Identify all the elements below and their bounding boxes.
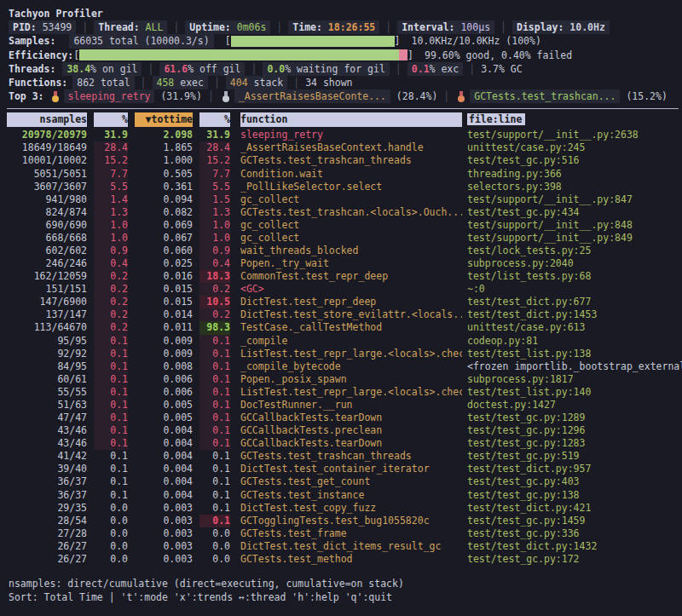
- table-row[interactable]: 60/61 0.1 0.006 0.1 Popen._posix_spawn s…: [7, 373, 682, 386]
- table-row[interactable]: 151/151 0.2 0.015 0.2 <GC> ~:0: [7, 283, 682, 296]
- table-row[interactable]: 84/95 0.1 0.008 0.1 _compile_bytecode <f…: [7, 360, 682, 373]
- cell-pct-cumulative: 0.2: [199, 283, 230, 296]
- table-row[interactable]: 246/246 0.4 0.025 0.4 Popen._try_wait su…: [7, 257, 682, 270]
- table-row[interactable]: 162/12059 0.2 0.016 18.3 CommonTest.test…: [7, 270, 682, 283]
- table-row[interactable]: 36/37 0.1 0.004 0.1 GCTests.test_instanc…: [7, 489, 682, 502]
- cell-file-line: test/test_dict.py:1453: [467, 308, 682, 321]
- header-nsamples[interactable]: nsamples: [7, 112, 87, 127]
- cell-file-line: subprocess.py:1817: [467, 373, 682, 386]
- top3-entry-1[interactable]: sleeping_retry: [64, 89, 155, 103]
- table-row[interactable]: 27/28 0.0 0.003 0.0 GCTests.test_frame t…: [7, 527, 682, 540]
- table-row[interactable]: 29/35 0.0 0.003 0.1 DictTest.test_copy_f…: [7, 502, 682, 515]
- cell-nsamples: 55/55: [7, 386, 87, 399]
- top3-entry-3[interactable]: GCTests.test_trashcan...: [470, 89, 620, 103]
- header-function[interactable]: function: [240, 112, 462, 127]
- table-row[interactable]: 824/874 1.3 0.082 1.3 GCTests.test_trash…: [7, 206, 682, 219]
- cell-pct-direct: 0.1: [94, 360, 128, 373]
- cell-pct-direct: 0.0: [94, 553, 128, 566]
- table-row[interactable]: 39/40 0.1 0.004 0.1 DictTest.test_contai…: [7, 463, 682, 475]
- cell-nsamples: 5051/5051: [7, 168, 87, 181]
- table-row[interactable]: 95/95 0.1 0.009 0.1 _compile codeop.py:8…: [7, 335, 682, 348]
- cell-pct-cumulative: 1.5: [199, 193, 230, 206]
- cell-tottime: 0.008: [135, 360, 193, 373]
- profiler-window: Tachyon Profiler PID: 53499│Thread: ALL│…: [0, 0, 682, 103]
- table-row[interactable]: 113/64670 0.2 0.011 98.3 TestCase._callT…: [7, 321, 682, 334]
- table-row[interactable]: 20978/20979 31.9 2.098 31.9 sleeping_ret…: [7, 129, 682, 141]
- functions-exec: 458 exec: [153, 76, 208, 89]
- table-row[interactable]: 55/55 0.1 0.006 0.1 ListTest.test_repr_l…: [7, 386, 682, 399]
- samples-rate: 10.0KHz/10.0KHz (100%): [412, 34, 541, 48]
- cell-pct-direct: 0.1: [94, 424, 128, 437]
- cell-pct-cumulative: 10.5: [199, 296, 230, 308]
- cell-pct-direct: 0.2: [94, 296, 128, 308]
- cell-function: Condition.wait: [240, 168, 462, 181]
- table-row[interactable]: 18649/18649 28.4 1.865 28.4 _AssertRaise…: [7, 141, 682, 154]
- silver-medal-icon: [222, 91, 230, 102]
- top3-entry-2[interactable]: _AssertRaisesBaseConte...: [234, 89, 390, 103]
- table-row[interactable]: 28/54 0.0 0.003 0.1 GCTogglingTests.test…: [7, 515, 682, 527]
- cell-nsamples: 20978/20979: [7, 129, 87, 141]
- cell-pct-direct: 0.1: [94, 348, 128, 360]
- cell-file-line: test/test_gc.py:1289: [467, 412, 682, 424]
- cell-file-line: ~:0: [467, 283, 682, 296]
- cell-pct-direct: 1.0: [94, 232, 128, 245]
- table-row[interactable]: 41/42 0.1 0.004 0.1 GCTests.test_trashca…: [7, 450, 682, 463]
- cell-file-line: test/test_gc.py:138: [467, 489, 682, 502]
- threads-label: Threads:: [9, 62, 55, 76]
- cell-function: gc_collect: [240, 193, 462, 206]
- table-row[interactable]: 51/63 0.1 0.005 0.1 DocTestRunner.__run …: [7, 399, 682, 412]
- profile-table: nsamples % ▼tottime % function file:line…: [0, 112, 682, 566]
- table-row[interactable]: 47/47 0.1 0.005 0.1 GCCallbackTests.tear…: [7, 412, 682, 424]
- cell-tottime: 0.004: [135, 424, 193, 437]
- cell-file-line: test/support/__init__.py:847: [467, 193, 682, 206]
- cell-pct-cumulative: 0.1: [199, 437, 230, 450]
- cell-tottime: 0.004: [135, 475, 193, 488]
- table-row[interactable]: 5051/5051 7.7 0.505 7.7 Condition.wait t…: [7, 168, 682, 181]
- cell-file-line: test/test_gc.py:403: [467, 475, 682, 488]
- cell-pct-direct: 0.1: [94, 489, 128, 502]
- top3-line: Top 3: sleeping_retry (31.9%)│_AssertRai…: [9, 89, 677, 103]
- efficiency-good-segment: [79, 49, 399, 60]
- header-pct-cumulative[interactable]: %: [199, 112, 230, 127]
- table-row[interactable]: 43/46 0.1 0.004 0.1 GCCallbackTests.tear…: [7, 437, 682, 450]
- cell-pct-direct: 7.7: [94, 168, 128, 181]
- cell-tottime: 0.009: [135, 335, 193, 348]
- table-row[interactable]: 3607/3607 5.5 0.361 5.5 _PollLikeSelecto…: [7, 181, 682, 193]
- header-pct-direct[interactable]: %: [94, 112, 128, 127]
- cell-pct-direct: 0.1: [94, 373, 128, 386]
- table-row[interactable]: 26/27 0.0 0.003 0.0 GCTests.test_method …: [7, 553, 682, 566]
- table-row[interactable]: 147/6900 0.2 0.015 10.5 DictTest.test_re…: [7, 296, 682, 308]
- table-row[interactable]: 36/37 0.1 0.004 0.1 GCTests.test_get_cou…: [7, 475, 682, 488]
- table-row[interactable]: 690/690 1.0 0.069 1.0 gc_collect test/su…: [7, 219, 682, 232]
- cell-pct-cumulative: 5.5: [199, 181, 230, 193]
- cell-nsamples: 668/668: [7, 232, 87, 245]
- table-row[interactable]: 92/92 0.1 0.009 0.1 ListTest.test_repr_l…: [7, 348, 682, 360]
- header-file-line[interactable]: file:line: [467, 112, 682, 127]
- cell-tottime: 0.005: [135, 399, 193, 412]
- table-row[interactable]: 137/147 0.2 0.014 0.2 DictTest.test_stor…: [7, 308, 682, 321]
- cell-nsamples: 147/6900: [7, 296, 87, 308]
- cell-pct-cumulative: 0.0: [199, 527, 230, 540]
- status-line: PID: 53499│Thread: ALL│Uptime: 0m06s│Tim…: [9, 20, 677, 34]
- cell-tottime: 0.069: [135, 219, 193, 232]
- cell-nsamples: 27/28: [7, 527, 87, 540]
- cell-nsamples: 162/12059: [7, 270, 87, 283]
- header-tottime-sorted[interactable]: ▼tottime: [135, 112, 193, 127]
- cell-pct-cumulative: 0.4: [199, 257, 230, 270]
- thread-field[interactable]: Thread: ALL: [94, 20, 167, 34]
- table-row[interactable]: 602/602 0.9 0.060 0.9 wait_threads_block…: [7, 245, 682, 257]
- cell-function: DictTest.test_dict_items_result_gc: [240, 540, 462, 553]
- cell-nsamples: 95/95: [7, 335, 87, 348]
- cell-file-line: test/test_gc.py:172: [467, 553, 682, 566]
- cell-pct-cumulative: 0.2: [199, 308, 230, 321]
- table-row[interactable]: 43/46 0.1 0.004 0.1 GCCallbackTests.prec…: [7, 424, 682, 437]
- table-row[interactable]: 941/980 1.4 0.094 1.5 gc_collect test/su…: [7, 193, 682, 206]
- cell-function: GCTests.test_trashcan_threads: [240, 450, 462, 463]
- cell-tottime: 0.003: [135, 553, 193, 566]
- cell-nsamples: 10001/10002: [7, 154, 87, 167]
- cell-pct-cumulative: 7.7: [199, 168, 230, 181]
- table-row[interactable]: 668/668 1.0 0.067 1.0 gc_collect test/su…: [7, 232, 682, 245]
- table-row[interactable]: 26/27 0.0 0.003 0.0 DictTest.test_dict_i…: [7, 540, 682, 553]
- table-row[interactable]: 10001/10002 15.2 1.000 15.2 GCTests.test…: [7, 154, 682, 167]
- cell-function: GCCallbackTests.tearDown: [240, 437, 462, 450]
